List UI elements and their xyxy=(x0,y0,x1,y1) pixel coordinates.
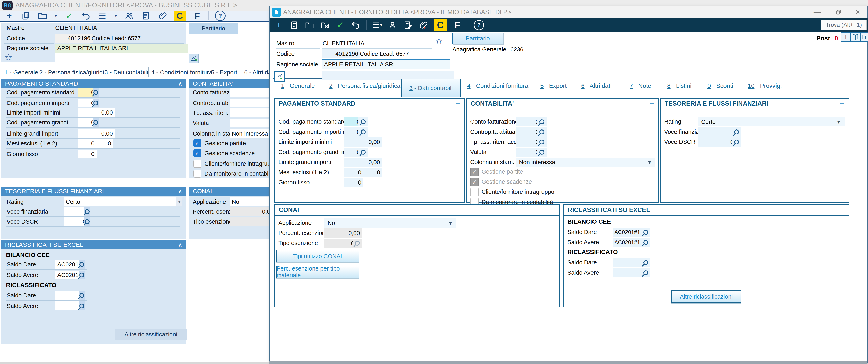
clienti-toggle-icon[interactable]: C xyxy=(434,19,447,31)
tab-condizioni[interactable]: 4 - Condizioni fornitura xyxy=(467,81,528,90)
lookup-icon[interactable] xyxy=(537,127,547,137)
tab-generale[interactable]: 1 - Generale xyxy=(281,81,315,90)
tab-persona[interactable]: 2 - Persona fisica/giuridica xyxy=(329,81,400,90)
partitario-button[interactable]: Partitario xyxy=(453,33,503,44)
lookup-icon[interactable] xyxy=(84,217,91,226)
collapse-icon[interactable]: − xyxy=(840,99,844,108)
lookup-icon[interactable] xyxy=(93,99,99,107)
saldo-avere-field[interactable]: AC0201#1 xyxy=(613,238,644,247)
recent-folder-icon[interactable] xyxy=(320,20,330,30)
saldo-avere-riclass-field[interactable] xyxy=(613,268,644,277)
confirm-check-icon[interactable]: ✓ xyxy=(64,11,74,21)
lookup-icon[interactable] xyxy=(641,258,650,267)
mesi-esclusi-1-field[interactable]: 0 xyxy=(78,139,97,148)
limite-importi-minimi-field[interactable]: 0,00 xyxy=(343,137,381,147)
lookup-icon[interactable] xyxy=(359,147,368,157)
rating-dropdown[interactable]: Certo xyxy=(64,197,180,206)
tp-ass-riten-field[interactable]: 0 xyxy=(516,137,540,147)
limite-importi-minimi-field[interactable]: 0,00 xyxy=(78,108,115,117)
left-tab-condizioni[interactable]: 4 - Condizioni fornitura xyxy=(151,68,212,77)
lookup-icon[interactable] xyxy=(641,228,650,237)
valuta-field[interactable]: 0 xyxy=(516,147,540,157)
add-view-button[interactable]: + xyxy=(841,32,851,42)
left-tesoreria-header[interactable]: TESORERIA E FLUSSI FINANZIARI∧ xyxy=(1,187,186,196)
help-icon[interactable]: ? xyxy=(215,10,225,21)
tab-dati-contabili-active[interactable]: 3 - Dati contabili xyxy=(401,79,461,97)
altre-riclassificazioni-button[interactable]: Altre riclassificazioni xyxy=(115,329,187,340)
minimize-button[interactable]: — xyxy=(808,6,827,18)
lookup-icon[interactable] xyxy=(537,137,547,147)
voce-finanziaria-field[interactable] xyxy=(698,127,735,137)
left-conai-header[interactable]: CONAI xyxy=(189,187,273,196)
new-record-icon[interactable]: + xyxy=(274,20,284,30)
new-record-icon[interactable]: + xyxy=(4,11,14,21)
undo-icon[interactable] xyxy=(351,20,361,30)
collapse-icon[interactable]: − xyxy=(840,206,844,215)
dropdown-arrow-icon[interactable]: ▾ xyxy=(176,197,182,206)
collapse-icon[interactable]: − xyxy=(650,99,654,108)
lookup-icon[interactable] xyxy=(732,137,741,147)
codice-field[interactable]: 4012196 xyxy=(322,49,360,58)
left-riclassificati-header[interactable]: RICLASSIFICATI SU EXCEL∧ xyxy=(1,240,186,250)
lookup-icon[interactable] xyxy=(79,301,85,310)
ragione-sociale-field[interactable]: APPLE RETAIL ITALIA SRL xyxy=(55,44,188,53)
lookup-icon[interactable] xyxy=(84,207,91,216)
contropartita-field[interactable]: 0 xyxy=(516,127,540,137)
perc-esenzione-materiale-button[interactable]: Perc. esenzione per tipo materiale xyxy=(276,266,359,278)
collapse-chevron-icon[interactable]: ∧ xyxy=(178,188,182,195)
menu-icon[interactable]: ☰ xyxy=(97,11,108,21)
document-icon[interactable] xyxy=(141,11,151,21)
lookup-icon[interactable] xyxy=(359,117,368,127)
lookup-icon[interactable] xyxy=(641,268,650,277)
left-tab-persona[interactable]: 2 - Persona fisica/giuridica xyxy=(39,68,111,77)
tab-listini[interactable]: 8 - Listini xyxy=(667,81,691,90)
tp-ass-riten-field[interactable]: 0 xyxy=(230,108,276,118)
mesi-esclusi-1-field[interactable]: 0 xyxy=(343,168,363,177)
copy-icon[interactable] xyxy=(21,11,31,21)
monitorare-checkbox[interactable] xyxy=(193,170,202,178)
open-folder-icon[interactable] xyxy=(37,11,48,21)
chart-button[interactable] xyxy=(189,54,198,63)
gestione-scadenze-checkbox[interactable]: ✓ xyxy=(193,149,202,157)
menu-icon[interactable]: ☰▾ xyxy=(372,20,382,30)
mastro-value[interactable]: CLIENTI ITALIA xyxy=(55,23,97,32)
valuta-field[interactable]: 0 xyxy=(230,119,276,128)
saldo-dare-field[interactable]: AC0201#1 xyxy=(613,228,644,237)
collapse-icon[interactable]: − xyxy=(456,99,460,108)
tesoreria-header[interactable]: TESORERIA E FLUSSI FINANZIARI− xyxy=(660,99,848,109)
codice-field[interactable]: 4012196 xyxy=(55,34,93,43)
giorno-fisso-field[interactable]: 0 xyxy=(343,178,363,187)
limite-grandi-importi-field[interactable]: 0,00 xyxy=(78,129,115,138)
lookup-icon[interactable] xyxy=(79,291,85,300)
attachment-icon[interactable] xyxy=(418,20,428,30)
contacts-icon[interactable] xyxy=(124,11,134,21)
book-view-button[interactable] xyxy=(850,32,861,42)
collapse-chevron-icon[interactable]: ∧ xyxy=(178,80,182,87)
attachment-icon[interactable] xyxy=(157,11,167,21)
left-tab-generale[interactable]: 1 - Generale xyxy=(4,68,38,77)
applicazione-dropdown[interactable]: No xyxy=(230,197,276,206)
close-button[interactable]: × xyxy=(849,6,867,18)
device-view-button[interactable] xyxy=(860,32,868,42)
intragruppo-checkbox[interactable] xyxy=(193,160,202,168)
collapse-icon[interactable]: − xyxy=(551,206,555,215)
intragruppo-checkbox[interactable] xyxy=(470,188,479,196)
left-tab-dati-contabili-active[interactable]: 3 - Dati contabili xyxy=(104,67,149,77)
fornitori-toggle-icon[interactable]: F xyxy=(192,11,203,21)
help-icon[interactable]: ? xyxy=(474,20,484,30)
contropartita-field[interactable]: 0 xyxy=(230,99,276,107)
person-icon[interactable] xyxy=(388,20,397,30)
fornitori-toggle-icon[interactable]: F xyxy=(453,20,462,30)
mastro-value[interactable]: CLIENTI ITALIA xyxy=(323,39,364,48)
left-tab-export[interactable]: 5 - Export xyxy=(211,68,237,77)
mesi-esclusi-2-field[interactable]: 0 xyxy=(94,139,113,148)
conai-header[interactable]: CONAI− xyxy=(275,205,559,216)
conto-fatturazione-field[interactable]: 0 xyxy=(230,88,276,97)
favorite-star-icon[interactable]: ☆ xyxy=(4,53,12,62)
limite-grandi-importi-field[interactable]: 0,00 xyxy=(343,158,381,167)
rating-dropdown[interactable]: Certo▼ xyxy=(698,117,844,127)
partitario-button[interactable]: Partitario xyxy=(189,23,238,34)
menu-dropdown-icon[interactable]: ▾ xyxy=(114,11,118,21)
tab-altri-dati[interactable]: 6 - Altri dati xyxy=(581,81,612,90)
tab-note[interactable]: 7 - Note xyxy=(629,81,651,90)
